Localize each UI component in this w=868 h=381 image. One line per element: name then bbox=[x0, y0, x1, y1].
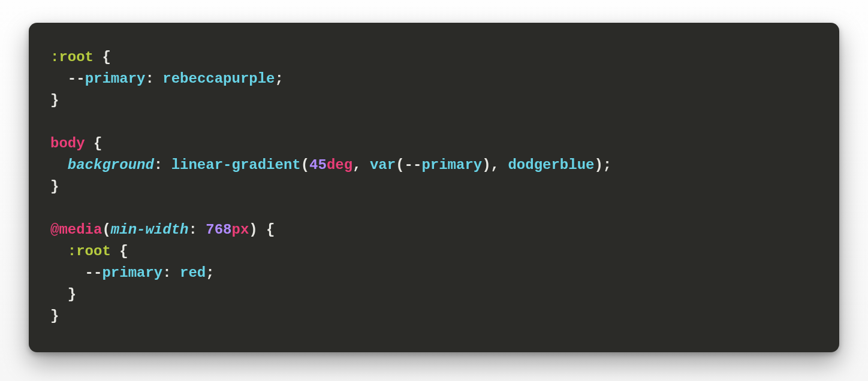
code-token: :root bbox=[50, 49, 94, 65]
code-token: px bbox=[231, 222, 249, 238]
code-token: } bbox=[50, 92, 59, 108]
code-token: ) { bbox=[249, 222, 275, 238]
code-token: } bbox=[50, 308, 59, 324]
code-token: -- bbox=[68, 71, 85, 87]
code-token: -- bbox=[85, 265, 103, 281]
code-token: :root bbox=[68, 243, 111, 259]
code-token: primary bbox=[102, 265, 162, 281]
code-token: var bbox=[370, 157, 396, 173]
code-token: : bbox=[162, 265, 180, 281]
code-token: @media bbox=[50, 222, 102, 238]
code-token: } bbox=[50, 179, 59, 195]
code-token: min-width bbox=[111, 222, 189, 238]
code-token: primary bbox=[421, 157, 482, 173]
css-code-snippet: :root { --primary: rebeccapurple; } body… bbox=[50, 47, 818, 327]
code-token: { bbox=[111, 243, 128, 259]
code-block-card: :root { --primary: rebeccapurple; } body… bbox=[29, 23, 839, 352]
code-token: linear-gradient bbox=[171, 157, 301, 173]
code-token: : bbox=[154, 157, 171, 173]
code-token: { bbox=[85, 135, 103, 152]
code-token: red bbox=[180, 265, 206, 281]
code-token: ), bbox=[482, 157, 508, 173]
code-token: ( bbox=[301, 157, 309, 173]
code-token: ; bbox=[275, 71, 284, 87]
code-token: : bbox=[188, 222, 206, 238]
page-frame: :root { --primary: rebeccapurple; } body… bbox=[0, 0, 868, 381]
code-token: deg bbox=[327, 157, 352, 173]
code-token: ( bbox=[102, 222, 110, 238]
code-token: { bbox=[94, 49, 111, 65]
code-token: } bbox=[68, 286, 76, 303]
code-token: rebeccapurple bbox=[162, 71, 275, 87]
code-token: dodgerblue bbox=[508, 157, 594, 173]
code-token: primary bbox=[85, 71, 146, 87]
code-token: : bbox=[145, 71, 162, 87]
code-token: ; bbox=[206, 265, 214, 281]
code-token: background bbox=[68, 157, 154, 173]
code-token: 45 bbox=[309, 157, 327, 173]
code-token: body bbox=[50, 135, 85, 152]
code-token: , bbox=[352, 157, 370, 173]
code-token: 768 bbox=[206, 222, 231, 238]
code-token: (-- bbox=[396, 157, 421, 173]
code-token: ); bbox=[594, 157, 611, 173]
